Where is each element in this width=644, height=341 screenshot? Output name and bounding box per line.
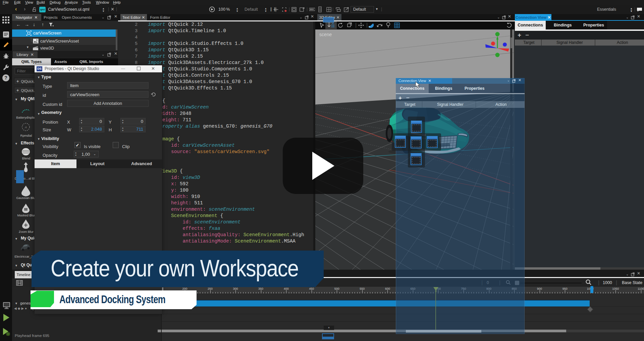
svg-text:A: A bbox=[24, 126, 27, 129]
svg-text:scene: scene bbox=[319, 32, 332, 37]
